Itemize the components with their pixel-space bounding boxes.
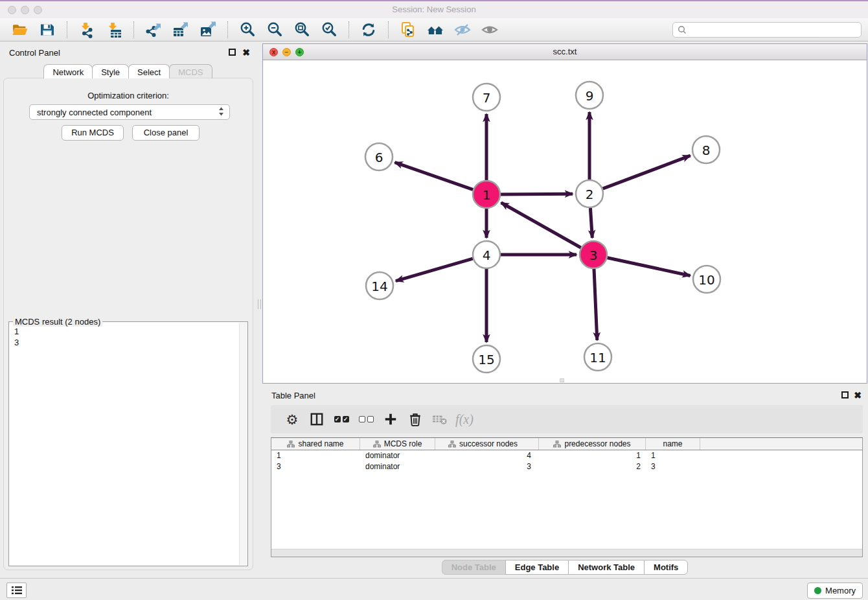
select-all-checkboxes-icon[interactable]: ✓✓ — [330, 410, 352, 429]
import-network-icon[interactable] — [77, 20, 97, 40]
titlebar: Session: New Session — [0, 1, 868, 18]
delete-column-icon[interactable] — [404, 410, 426, 429]
graph-edge-3-to-1[interactable] — [501, 203, 581, 248]
graph-edge-2-to-8[interactable] — [603, 156, 691, 189]
function-builder-icon: f(x) — [453, 410, 475, 429]
table-cell[interactable]: 1 — [271, 450, 360, 461]
task-history-button[interactable] — [6, 583, 27, 598]
tab-mcds[interactable]: MCDS — [169, 64, 212, 78]
table-settings-icon[interactable]: ⚙ — [281, 410, 303, 429]
open-session-icon[interactable] — [10, 20, 30, 40]
table-panel-title: Table Panel — [271, 391, 315, 400]
table-row[interactable]: 1dominator411 — [271, 450, 862, 461]
toolbar-separator — [67, 21, 67, 38]
table-cell[interactable]: 1 — [539, 450, 646, 461]
tab-node-table[interactable]: Node Table — [442, 560, 506, 575]
table-toolbar: ⚙ ✓✓ f(x) — [271, 405, 863, 433]
fx-label: f(x) — [455, 412, 474, 427]
float-panel-icon[interactable] — [229, 49, 236, 56]
network-window-titlebar[interactable]: x − + scc.txt — [263, 44, 867, 60]
tab-network[interactable]: Network — [43, 64, 93, 78]
search-field[interactable] — [672, 22, 862, 38]
column-sort-icon — [448, 441, 456, 448]
column-sort-icon — [287, 441, 295, 448]
network-canvas[interactable]: 7968124314101511 — [263, 61, 867, 383]
tab-edge-table[interactable]: Edge Table — [505, 560, 569, 575]
zoom-out-icon[interactable] — [265, 20, 284, 40]
graph-edge-4-to-14[interactable] — [396, 259, 473, 281]
export-image-icon[interactable] — [198, 20, 218, 40]
column-header-shared-name[interactable]: shared name — [271, 438, 360, 450]
graph-edge-2-to-3[interactable] — [590, 208, 592, 238]
table-cell[interactable]: 1 — [646, 450, 700, 461]
network-overview-icon[interactable] — [426, 20, 445, 40]
result-scrollbar[interactable] — [239, 323, 247, 565]
table-cell[interactable]: 3 — [271, 461, 360, 472]
table-row[interactable]: 3dominator323 — [271, 461, 862, 472]
zoom-fit-icon[interactable] — [292, 20, 312, 40]
tab-select[interactable]: Select — [128, 64, 170, 78]
hide-network-icon[interactable] — [453, 20, 472, 40]
tab-network-table[interactable]: Network Table — [568, 560, 645, 575]
graph-node-label-15: 15 — [478, 352, 494, 367]
table-cell[interactable]: dominator — [360, 461, 435, 472]
duplicate-network-icon[interactable] — [398, 20, 418, 40]
toolbar-separator — [133, 21, 134, 38]
export-table-icon[interactable] — [171, 20, 190, 40]
column-header-label: MCDS role — [384, 439, 422, 448]
status-bar: Memory — [0, 578, 868, 600]
control-panel: Control Panel ✖ Network Style Select MCD… — [0, 41, 257, 571]
split-view-icon[interactable] — [306, 410, 328, 429]
graph-node-label-9: 9 — [586, 88, 594, 104]
close-panel-icon[interactable]: ✖ — [242, 48, 250, 57]
table-body: 1dominator4113dominator323 — [271, 450, 862, 472]
deselect-all-checkboxes-icon[interactable] — [355, 410, 377, 429]
graph-edge-3-to-10[interactable] — [608, 258, 691, 276]
search-input[interactable] — [690, 25, 856, 34]
panel-splitter-grip[interactable] — [258, 299, 261, 309]
column-header-predecessor-nodes[interactable]: predecessor nodes — [539, 438, 646, 450]
graph-node-label-10: 10 — [698, 272, 714, 288]
application-window: Session: New Session — [0, 0, 868, 600]
export-network-icon[interactable] — [144, 20, 163, 40]
graph-edge-3-to-11[interactable] — [594, 269, 597, 340]
float-table-panel-icon[interactable] — [841, 391, 849, 398]
refresh-view-icon[interactable] — [359, 20, 378, 40]
toolbar-separator — [227, 21, 228, 38]
column-header-label: successor nodes — [459, 439, 518, 448]
optimization-criterion-dropdown[interactable]: strongly connected component — [29, 104, 230, 120]
network-graph[interactable]: 7968124314101511 — [263, 61, 866, 383]
column-header-MCDS-role[interactable]: MCDS role — [360, 438, 435, 450]
zoom-in-icon[interactable] — [238, 20, 257, 40]
memory-status-icon — [814, 587, 821, 594]
zoom-selected-icon[interactable] — [319, 20, 339, 40]
table-horizontal-scrollbar[interactable] — [271, 549, 862, 557]
delete-table-icon — [429, 410, 451, 429]
control-panel-tabs: Network Style Select MCDS — [0, 64, 257, 78]
table-cell[interactable]: 2 — [539, 461, 646, 472]
tab-style[interactable]: Style — [92, 64, 129, 78]
optimization-criterion-label: Optimization criterion: — [4, 91, 253, 100]
run-mcds-button[interactable]: Run MCDS — [62, 125, 124, 141]
table-cell[interactable]: dominator — [360, 450, 435, 461]
import-table-icon[interactable] — [104, 20, 124, 40]
graph-edge-1-to-6[interactable] — [395, 163, 474, 190]
close-panel-button[interactable]: Close panel — [132, 125, 200, 141]
memory-button[interactable]: Memory — [807, 583, 863, 599]
column-sort-icon — [373, 441, 381, 448]
column-header-name[interactable]: name — [646, 438, 700, 450]
toolbar-separator — [388, 21, 389, 38]
column-header-successor-nodes[interactable]: successor nodes — [435, 438, 539, 450]
table-panel: Table Panel ✖ ⚙ ✓✓ f(x) — [262, 387, 868, 578]
table-cell[interactable]: 4 — [435, 450, 539, 461]
table-cell[interactable]: 3 — [435, 461, 539, 472]
close-table-panel-icon[interactable]: ✖ — [854, 391, 862, 400]
graph-node-label-8: 8 — [702, 143, 711, 158]
add-column-icon[interactable] — [380, 410, 402, 429]
graph-edge-1-to-2[interactable] — [501, 194, 573, 194]
save-session-icon[interactable] — [38, 20, 57, 40]
window-resize-grip[interactable] — [560, 378, 564, 382]
show-network-icon[interactable] — [480, 20, 499, 40]
table-cell[interactable]: 3 — [646, 461, 700, 472]
tab-motifs[interactable]: Motifs — [644, 560, 688, 575]
